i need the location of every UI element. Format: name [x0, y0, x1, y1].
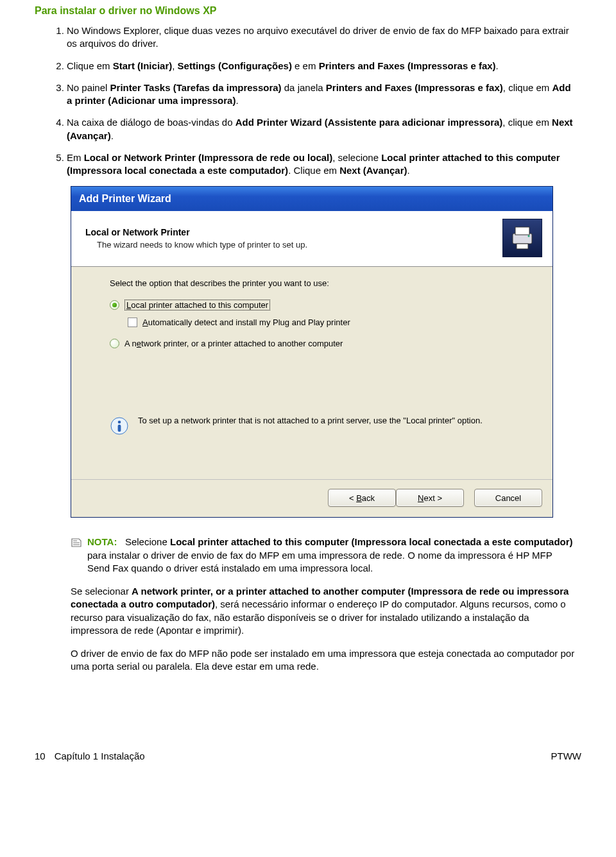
wizard-info-text: To set up a network printer that is not … [138, 415, 483, 427]
step-2: Clique em Start (Iniciar), Settings (Con… [67, 60, 581, 72]
t: Em [67, 152, 84, 163]
t: Clique em [67, 60, 113, 71]
u: e [137, 339, 141, 348]
radio-local-printer[interactable]: Local printer attached to this computer [110, 297, 522, 312]
lang-code: PTWW [551, 751, 581, 761]
radio-icon [110, 300, 119, 310]
info-icon [110, 416, 129, 436]
wizard-body: Select the option that describes the pri… [71, 267, 552, 479]
t: Cancel [495, 493, 521, 503]
t: Local printer attached to this computer … [170, 536, 573, 547]
t: Printers and Faxes (Impressoras e fax) [319, 60, 496, 71]
radio-network-label: A network printer, or a printer attached… [124, 339, 343, 348]
section-heading: Para instalar o driver no Windows XP [35, 5, 581, 17]
wizard-prompt: Select the option that describes the pri… [110, 278, 522, 288]
svg-rect-6 [118, 425, 121, 432]
svg-rect-2 [517, 244, 528, 249]
t: e em [292, 60, 319, 71]
t: ocal printer attached to this computer [131, 300, 268, 310]
note-p2: Se selecionar A network printer, or a pr… [71, 585, 575, 637]
t: Se selecionar [71, 586, 132, 597]
cancel-button[interactable]: Cancel [474, 489, 542, 507]
t: A n [124, 339, 137, 348]
note-p3: O driver de envio de fax do MFP não pode… [71, 647, 575, 674]
wizard-titlebar[interactable]: Add Printer Wizard [71, 187, 552, 211]
step-1: No Windows Explorer, clique duas vezes n… [67, 24, 581, 51]
t: . Clique em [288, 165, 339, 176]
svg-rect-1 [515, 227, 529, 235]
radio-icon [110, 339, 119, 348]
next-button[interactable]: Next > [396, 489, 464, 507]
t: Settings (Configurações) [178, 60, 292, 71]
checkbox-label: Automatically detect and install my Plug… [142, 318, 350, 327]
step-3: No painel Printer Tasks (Tarefas da impr… [67, 81, 581, 108]
svg-point-3 [528, 235, 530, 237]
t: Next (Avançar) [339, 165, 407, 176]
wizard-title: Add Printer Wizard [79, 193, 171, 205]
note-icon [71, 537, 82, 551]
page-number: 10 [35, 751, 46, 761]
t: . [235, 95, 238, 106]
t: . [111, 130, 114, 141]
t: . [496, 60, 499, 71]
step-list: No Windows Explorer, clique duas vezes n… [35, 24, 581, 177]
t: < [349, 493, 354, 503]
t: Selecione [125, 536, 170, 547]
t: utomatically detect and install my Plug … [148, 318, 350, 327]
t: No painel [67, 82, 110, 93]
t: da janela [282, 82, 326, 93]
t: Printer Tasks (Tarefas da impressora) [110, 82, 282, 93]
step-5: Em Local or Network Printer (Impressora … [67, 151, 581, 178]
checkbox-auto-detect[interactable]: Automatically detect and install my Plug… [128, 315, 522, 329]
u: A [142, 318, 148, 327]
t: Printers and Faxes (Impressoras e fax) [326, 82, 503, 93]
t: Na caixa de diálogo de boas-vindas do [67, 117, 235, 128]
add-printer-wizard-window: Add Printer Wizard Local or Network Prin… [71, 186, 553, 518]
t: twork printer, or a printer attached to … [141, 339, 343, 348]
t: Start (Iniciar) [113, 60, 173, 71]
u: B [356, 493, 362, 503]
t: , clique em [502, 117, 552, 128]
step-1-text: No Windows Explorer, clique duas vezes n… [67, 25, 569, 49]
chapter-label: Capítulo 1 Instalação [55, 751, 145, 761]
wizard-header-title: Local or Network Printer [85, 227, 502, 237]
svg-point-5 [118, 421, 121, 424]
checkbox-icon [128, 318, 137, 327]
t: ack [362, 493, 375, 503]
radio-local-label: Local printer attached to this computer [124, 300, 270, 310]
page-footer: 10 Capítulo 1 Instalação PTWW [0, 751, 616, 774]
u: N [418, 493, 424, 503]
note-label: NOTA: [87, 536, 117, 547]
t: , [172, 60, 177, 71]
wizard-info-row: To set up a network printer that is not … [110, 415, 522, 436]
printer-icon [502, 219, 542, 257]
t: Add Printer Wizard (Assistente para adic… [235, 117, 503, 128]
t: , clique em [503, 82, 552, 93]
radio-network-printer[interactable]: A network printer, or a printer attached… [110, 335, 522, 351]
note-block: NOTA: Selecione Local printer attached t… [71, 536, 581, 673]
t: Local or Network Printer (Impressora de … [84, 152, 333, 163]
back-button[interactable]: < Back [328, 489, 396, 507]
t: ext > [424, 493, 442, 503]
note-p1: NOTA: Selecione Local printer attached t… [87, 536, 575, 575]
wizard-header: Local or Network Printer The wizard need… [71, 211, 552, 267]
t: para instalar o driver de envio de fax d… [87, 550, 552, 573]
t: . [407, 165, 410, 176]
wizard-footer: < Back Next > Cancel [71, 479, 552, 517]
t: , selecione [332, 152, 381, 163]
step-4: Na caixa de diálogo de boas-vindas do Ad… [67, 116, 581, 142]
wizard-header-subtitle: The wizard needs to know which type of p… [85, 240, 502, 250]
